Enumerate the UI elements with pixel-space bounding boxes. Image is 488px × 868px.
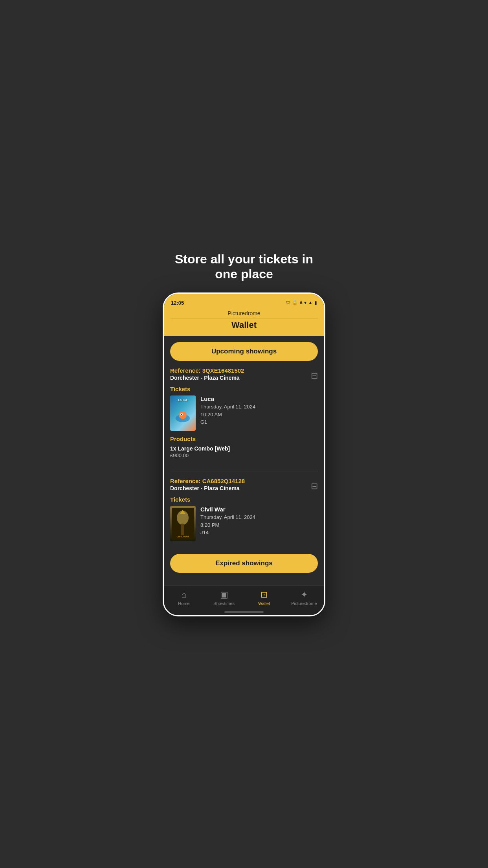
svg-point-1 [179,411,187,419]
nav-item-showtimes[interactable]: ▣ Showtimes [204,590,244,606]
civil-war-poster: CIVIL WAR [170,506,196,541]
expired-showings-button[interactable]: Expired showings [170,554,318,573]
home-indicator [164,609,324,615]
ticket-time-1: 10:20 AM [200,411,318,419]
status-bar: 12:05 🛡 🔒 A ▾ ▲ ▮ [164,294,324,308]
wallet-add-icon-1[interactable]: ⊟ [311,371,318,381]
svg-rect-7 [181,524,184,535]
ticket-title-1: Luca [200,395,318,402]
nav-label-wallet: Wallet [258,601,270,606]
app-header: Picturedrome Wallet [164,308,324,336]
booking-card-2: Reference: CA6852Q14128 Dorchester - Pla… [170,478,318,548]
page-wrapper: Store all your tickets in one place 12:0… [163,252,325,617]
bottom-nav: ⌂ Home ▣ Showtimes ⊡ Wallet ✦ Picturedro… [164,585,324,609]
wifi-icon: ▾ [304,300,306,305]
booking-card-1: Reference: 3QXE16481502 Dorchester - Pla… [170,367,318,465]
film-icon: ▣ [220,590,228,600]
home-bar [224,611,264,613]
wallet-add-icon-2[interactable]: ⊟ [311,481,318,491]
svg-point-3 [181,414,182,415]
booking-cinema-1: Dorchester - Plaza Cinema [170,375,318,381]
upcoming-showings-button[interactable]: Upcoming showings [170,342,318,361]
products-label-1: Products [170,436,318,442]
app-brand: Picturedrome [170,310,318,318]
nav-item-wallet[interactable]: ⊡ Wallet [244,590,284,606]
a-icon: A [299,300,303,305]
svg-text:CIVIL WAR: CIVIL WAR [177,535,189,538]
ticket-row-2: CIVIL WAR Civil War Thursday, April 11, … [170,506,318,541]
ticket-date-1: Thursday, April 11, 2024 [200,403,318,411]
ticket-row-1: LUCA Luca Thursday, April 11, 2024 [170,395,318,431]
nav-label-picturedrome: Picturedrome [291,601,317,606]
tickets-label-2: Tickets [170,496,318,503]
ticket-time-2: 8:20 PM [200,521,318,529]
booking-divider [170,471,318,471]
tickets-label-1: Tickets [170,386,318,392]
luca-poster: LUCA [170,395,196,431]
app-content: Upcoming showings Reference: 3QXE1648150… [164,336,324,585]
phone-frame: 12:05 🛡 🔒 A ▾ ▲ ▮ Picturedrome Wallet Up… [163,292,325,616]
shield-icon: 🛡 [286,300,290,305]
status-icons: 🛡 🔒 A ▾ ▲ ▮ [286,300,317,305]
nav-label-home: Home [178,601,189,606]
signal-icon: ▲ [308,300,313,305]
booking-cinema-2: Dorchester - Plaza Cinema [170,485,318,491]
lock-icon: 🔒 [292,300,298,305]
product-name-1: 1x Large Combo [Web] [170,445,318,452]
nav-item-picturedrome[interactable]: ✦ Picturedrome [284,590,324,606]
ticket-screen-2: J14 [200,529,318,537]
product-price-1: £900.00 [170,452,318,458]
status-time: 12:05 [171,300,184,306]
nav-label-showtimes: Showtimes [213,601,235,606]
booking-ref-2: Reference: CA6852Q14128 [170,478,318,484]
ticket-info-2: Civil War Thursday, April 11, 2024 8:20 … [200,506,318,537]
ticket-screen-1: G1 [200,418,318,426]
wallet-icon: ⊡ [261,590,268,600]
hero-title: Store all your tickets in one place [163,252,325,282]
booking-ref-1: Reference: 3QXE16481502 [170,367,318,374]
app-title: Wallet [170,320,318,330]
star-icon: ✦ [301,590,308,600]
nav-item-home[interactable]: ⌂ Home [164,590,204,606]
ticket-title-2: Civil War [200,506,318,513]
home-icon: ⌂ [181,590,186,600]
ticket-date-2: Thursday, April 11, 2024 [200,513,318,521]
ticket-info-1: Luca Thursday, April 11, 2024 10:20 AM G… [200,395,318,426]
battery-icon: ▮ [314,300,317,305]
